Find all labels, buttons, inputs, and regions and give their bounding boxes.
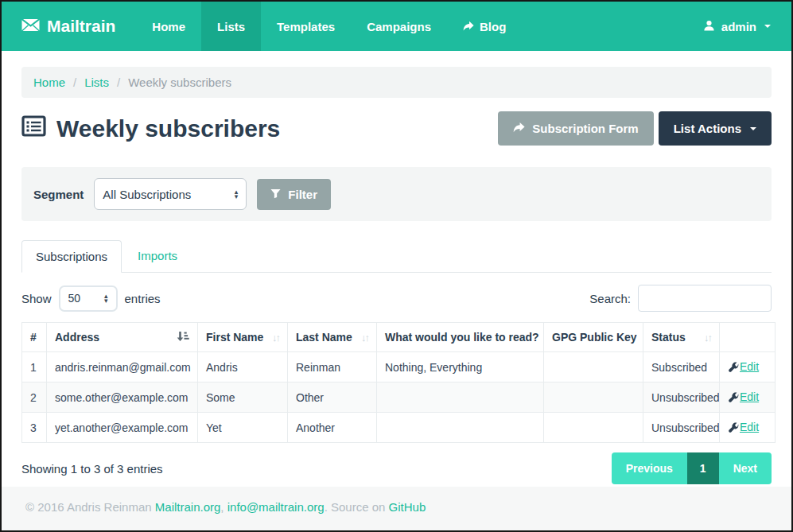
col-header-last-name[interactable]: Last Name ↓↑ — [288, 323, 377, 352]
nav-item-blog[interactable]: Blog — [447, 2, 522, 51]
col-header-actions — [720, 323, 776, 352]
cell-status: Unsubscribed — [643, 413, 720, 443]
pagination-next[interactable]: Next — [719, 452, 772, 484]
segment-select[interactable]: All Subscriptions ▴▾ — [94, 178, 247, 210]
breadcrumb-lists[interactable]: Lists — [84, 76, 109, 89]
envelope-icon — [21, 17, 40, 36]
select-stepper-icon: ▴▾ — [104, 293, 108, 303]
copyright-text: © 2016 Andris Reinman — [25, 500, 152, 514]
user-name: admin — [721, 20, 756, 33]
subscribers-table: # Address — [21, 322, 776, 443]
col-header-gpg[interactable]: GPG Public Key — [544, 323, 643, 352]
pagination-previous[interactable]: Previous — [612, 452, 687, 484]
share-icon — [513, 122, 525, 135]
sort-both-icon: ↓↑ — [361, 332, 368, 344]
cell-address: andris.reinman@gmail.com — [47, 352, 198, 382]
show-label: Show — [21, 292, 52, 305]
filter-button[interactable]: Filter — [257, 179, 331, 210]
cell-status: Unsubscribed — [643, 382, 720, 413]
col-header-num[interactable]: # — [22, 323, 47, 352]
github-link[interactable]: GitHub — [389, 500, 426, 514]
tab-bar: Subscriptions Imports — [21, 240, 772, 273]
edit-link[interactable]: Edit — [728, 360, 759, 373]
mailtrain-window: Mailtrain Home Lists Templates Campaigns… — [0, 0, 793, 532]
page-length-select[interactable]: 50 ▴▾ — [59, 285, 118, 312]
entries-label: entries — [125, 292, 161, 305]
table-footer-row: Showing 1 to 3 of 3 entries Previous 1 N… — [21, 452, 772, 484]
wrench-icon — [728, 421, 739, 433]
funnel-icon — [270, 188, 281, 201]
subscription-form-button[interactable]: Subscription Form — [498, 111, 653, 146]
search-input[interactable] — [638, 285, 772, 312]
wrench-icon — [728, 391, 739, 402]
title-row: Weekly subscribers Subscription Form Lis… — [21, 111, 772, 146]
col-header-address[interactable]: Address — [47, 323, 198, 352]
tab-subscriptions[interactable]: Subscriptions — [21, 240, 122, 273]
segment-well: Segment All Subscriptions ▴▾ Filter — [21, 167, 772, 221]
top-navbar: Mailtrain Home Lists Templates Campaigns… — [2, 2, 791, 51]
pagination: Previous 1 Next — [612, 452, 772, 484]
tab-imports[interactable]: Imports — [122, 240, 193, 272]
email-link[interactable]: info@mailtrain.org — [227, 500, 325, 514]
cell-address: some.other@example.com — [47, 382, 198, 413]
source-text: Source on — [331, 500, 385, 514]
pagination-page-1[interactable]: 1 — [687, 452, 719, 484]
breadcrumb-current: Weekly subscribers — [128, 76, 231, 89]
nav-item-campaigns[interactable]: Campaigns — [351, 2, 447, 51]
wrench-icon — [728, 361, 739, 372]
page-footer: © 2016 Andris Reinman Mailtrain.org, inf… — [2, 487, 791, 530]
col-header-first-name[interactable]: First Name ↓↑ — [198, 323, 288, 352]
page-title: Weekly subscribers — [21, 115, 280, 142]
breadcrumb-home[interactable]: Home — [33, 76, 65, 89]
col-header-status[interactable]: Status ↓↑ — [643, 323, 720, 352]
user-menu[interactable]: admin — [682, 2, 791, 51]
nav-item-templates[interactable]: Templates — [261, 2, 351, 51]
table-row: 1 andris.reinman@gmail.com Andris Reinma… — [22, 352, 776, 382]
person-icon — [703, 20, 715, 33]
list-icon — [21, 115, 46, 142]
caret-down-icon — [750, 127, 756, 130]
header-actions: Subscription Form List Actions — [498, 111, 772, 146]
breadcrumb: Home / Lists / Weekly subscribers — [21, 67, 772, 98]
sort-amount-icon — [177, 331, 189, 344]
table-row: 2 some.other@example.com Some Other Unsu… — [22, 382, 776, 413]
table-row: 3 yet.another@example.com Yet Another Un… — [22, 413, 776, 443]
edit-link[interactable]: Edit — [728, 390, 759, 403]
search-box: Search: — [589, 285, 772, 312]
table-controls: Show 50 ▴▾ entries Search: — [21, 285, 772, 312]
main-content: Home / Lists / Weekly subscribers — [2, 51, 791, 487]
nav-item-home[interactable]: Home — [136, 2, 201, 51]
cell-status: Subscribed — [643, 352, 720, 382]
mailtrain-org-link[interactable]: Mailtrain.org — [155, 500, 221, 514]
brand-label: Mailtrain — [47, 17, 115, 36]
col-header-read[interactable]: What would you like to read? — [377, 323, 544, 352]
nav-item-lists[interactable]: Lists — [201, 2, 261, 51]
entries-summary: Showing 1 to 3 of 3 entries — [21, 462, 163, 476]
cell-address: yet.another@example.com — [47, 413, 198, 443]
caret-down-icon — [764, 25, 771, 28]
list-actions-button[interactable]: List Actions — [659, 111, 772, 146]
select-stepper-icon: ▴▾ — [235, 189, 239, 199]
table-header-row: # Address — [22, 323, 776, 352]
share-icon — [463, 20, 474, 33]
brand-mailtrain[interactable]: Mailtrain — [21, 2, 115, 51]
sort-both-icon: ↓↑ — [272, 332, 279, 344]
search-label: Search: — [589, 292, 631, 305]
segment-label: Segment — [33, 188, 84, 201]
edit-link[interactable]: Edit — [728, 421, 759, 433]
sort-both-icon: ↓↑ — [704, 332, 711, 344]
